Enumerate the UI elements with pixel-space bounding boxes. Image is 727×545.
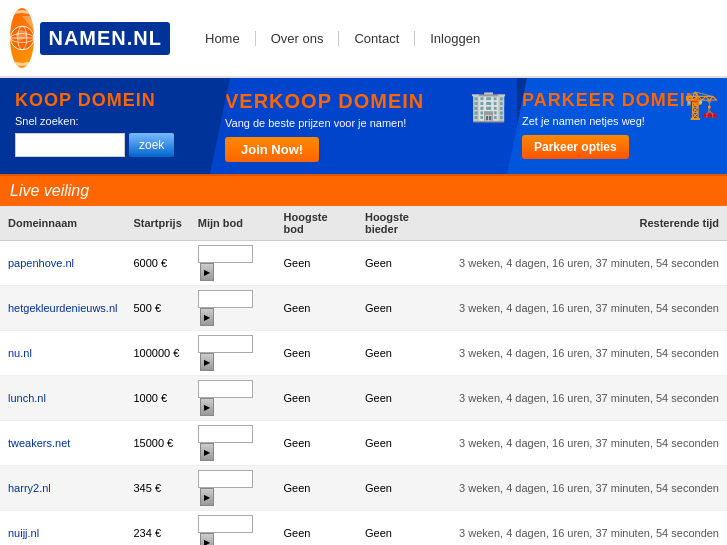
- cell-hoogste-bod: Geen: [276, 241, 357, 286]
- cell-hoogste-bieder: Geen: [357, 241, 451, 286]
- cell-hoogste-bieder: Geen: [357, 421, 451, 466]
- table-row: papenhove.nl6000 €▶GeenGeen3 weken, 4 da…: [0, 241, 727, 286]
- cell-startprijs: 6000 €: [125, 241, 189, 286]
- logo-text: NAMEN.NL: [40, 22, 170, 55]
- cell-mijn-bod: ▶: [190, 331, 276, 376]
- bid-arrow-icon[interactable]: ▶: [200, 263, 214, 281]
- cell-hoogste-bieder: Geen: [357, 511, 451, 546]
- cell-mijn-bod: ▶: [190, 421, 276, 466]
- cell-startprijs: 100000 €: [125, 331, 189, 376]
- join-now-button[interactable]: Join Now!: [225, 137, 319, 162]
- cell-resterende-tijd: 3 weken, 4 dagen, 16 uren, 37 minuten, 5…: [451, 511, 727, 546]
- table-row: lunch.nl1000 €▶GeenGeen3 weken, 4 dagen,…: [0, 376, 727, 421]
- cell-domain: tweakers.net: [0, 421, 125, 466]
- auction-body: papenhove.nl6000 €▶GeenGeen3 weken, 4 da…: [0, 241, 727, 546]
- cell-domain: nuijj.nl: [0, 511, 125, 546]
- bid-input[interactable]: [198, 290, 253, 308]
- domain-link[interactable]: lunch.nl: [8, 392, 46, 404]
- bid-arrow-icon[interactable]: ▶: [200, 398, 214, 416]
- cell-mijn-bod: ▶: [190, 286, 276, 331]
- svg-point-0: [10, 26, 34, 50]
- col-mijn-bod: Mijn bod: [190, 206, 276, 241]
- cell-mijn-bod: ▶: [190, 511, 276, 546]
- banner-parkeer: PARKEER DOMEIN Zet je namen netjes weg! …: [507, 78, 727, 174]
- koop-subtitle: Snel zoeken:: [15, 115, 205, 127]
- cell-hoogste-bod: Geen: [276, 376, 357, 421]
- verkoop-title: VERKOOP DOMEIN: [225, 90, 502, 113]
- cell-hoogste-bod: Geen: [276, 466, 357, 511]
- banner-verkoop: VERKOOP DOMEIN Vang de beste prijzen voo…: [210, 78, 517, 174]
- building-icon: 🏢: [470, 88, 507, 123]
- svg-point-1: [10, 33, 34, 42]
- cell-hoogste-bod: Geen: [276, 421, 357, 466]
- cell-hoogste-bod: Geen: [276, 286, 357, 331]
- cell-startprijs: 345 €: [125, 466, 189, 511]
- cell-startprijs: 15000 €: [125, 421, 189, 466]
- bid-input[interactable]: [198, 515, 253, 533]
- cell-domain: nu.nl: [0, 331, 125, 376]
- cell-resterende-tijd: 3 weken, 4 dagen, 16 uren, 37 minuten, 5…: [451, 376, 727, 421]
- bid-arrow-icon[interactable]: ▶: [200, 353, 214, 371]
- cell-domain: harry2.nl: [0, 466, 125, 511]
- cell-resterende-tijd: 3 weken, 4 dagen, 16 uren, 37 minuten, 5…: [451, 241, 727, 286]
- table-row: tweakers.net15000 €▶GeenGeen3 weken, 4 d…: [0, 421, 727, 466]
- table-header: Domeinnaam Startprijs Mijn bod Hoogste b…: [0, 206, 727, 241]
- cell-resterende-tijd: 3 weken, 4 dagen, 16 uren, 37 minuten, 5…: [451, 286, 727, 331]
- nav-over-ons[interactable]: Over ons: [256, 31, 340, 46]
- table-row: hetgekleurdenieuws.nl500 €▶GeenGeen3 wek…: [0, 286, 727, 331]
- header: NAMEN.NL Home Over ons Contact Inloggen: [0, 0, 727, 78]
- bid-arrow-icon[interactable]: ▶: [200, 308, 214, 326]
- cell-hoogste-bieder: Geen: [357, 376, 451, 421]
- cell-mijn-bod: ▶: [190, 241, 276, 286]
- domain-link[interactable]: nu.nl: [8, 347, 32, 359]
- cell-hoogste-bieder: Geen: [357, 286, 451, 331]
- banner: KOOP DOMEIN Snel zoeken: zoek VERKOOP DO…: [0, 78, 727, 174]
- bid-arrow-icon[interactable]: ▶: [200, 488, 214, 506]
- live-veiling-header: Live veiling: [0, 174, 727, 206]
- nav-inloggen[interactable]: Inloggen: [415, 31, 495, 46]
- parkeer-opties-button[interactable]: Parkeer opties: [522, 135, 629, 159]
- banner-koop: KOOP DOMEIN Snel zoeken: zoek: [0, 78, 220, 174]
- col-domeinnaam: Domeinnaam: [0, 206, 125, 241]
- cell-hoogste-bieder: Geen: [357, 466, 451, 511]
- bid-input[interactable]: [198, 335, 253, 353]
- table-row: harry2.nl345 €▶GeenGeen3 weken, 4 dagen,…: [0, 466, 727, 511]
- koop-title: KOOP DOMEIN: [15, 90, 205, 111]
- auction-table: Domeinnaam Startprijs Mijn bod Hoogste b…: [0, 206, 727, 545]
- cell-domain: papenhove.nl: [0, 241, 125, 286]
- search-input[interactable]: [15, 133, 125, 157]
- cell-startprijs: 1000 €: [125, 376, 189, 421]
- search-button[interactable]: zoek: [129, 133, 174, 157]
- domain-link[interactable]: tweakers.net: [8, 437, 70, 449]
- cell-resterende-tijd: 3 weken, 4 dagen, 16 uren, 37 minuten, 5…: [451, 331, 727, 376]
- verkoop-subtitle: Vang de beste prijzen voor je namen!: [225, 117, 502, 129]
- svg-point-2: [18, 26, 27, 50]
- cell-hoogste-bod: Geen: [276, 331, 357, 376]
- bid-input[interactable]: [198, 380, 253, 398]
- logo-icon: [10, 8, 34, 68]
- nav-home[interactable]: Home: [190, 31, 256, 46]
- cell-startprijs: 500 €: [125, 286, 189, 331]
- nav-contact[interactable]: Contact: [339, 31, 415, 46]
- domain-link[interactable]: nuijj.nl: [8, 527, 39, 539]
- cell-domain: hetgekleurdenieuws.nl: [0, 286, 125, 331]
- bid-arrow-icon[interactable]: ▶: [200, 533, 214, 545]
- bid-input[interactable]: [198, 425, 253, 443]
- domain-link[interactable]: hetgekleurdenieuws.nl: [8, 302, 117, 314]
- cell-resterende-tijd: 3 weken, 4 dagen, 16 uren, 37 minuten, 5…: [451, 466, 727, 511]
- col-resterende-tijd: Resterende tijd: [451, 206, 727, 241]
- bid-input[interactable]: [198, 470, 253, 488]
- bid-arrow-icon[interactable]: ▶: [200, 443, 214, 461]
- cell-hoogste-bieder: Geen: [357, 331, 451, 376]
- cell-startprijs: 234 €: [125, 511, 189, 546]
- domain-link[interactable]: papenhove.nl: [8, 257, 74, 269]
- cell-mijn-bod: ▶: [190, 376, 276, 421]
- bid-input[interactable]: [198, 245, 253, 263]
- col-startprijs: Startprijs: [125, 206, 189, 241]
- domain-link[interactable]: harry2.nl: [8, 482, 51, 494]
- cell-hoogste-bod: Geen: [276, 511, 357, 546]
- cell-domain: lunch.nl: [0, 376, 125, 421]
- cell-resterende-tijd: 3 weken, 4 dagen, 16 uren, 37 minuten, 5…: [451, 421, 727, 466]
- logo-area: NAMEN.NL: [10, 8, 170, 68]
- parkeer-building-icon: 🏗️: [684, 88, 719, 121]
